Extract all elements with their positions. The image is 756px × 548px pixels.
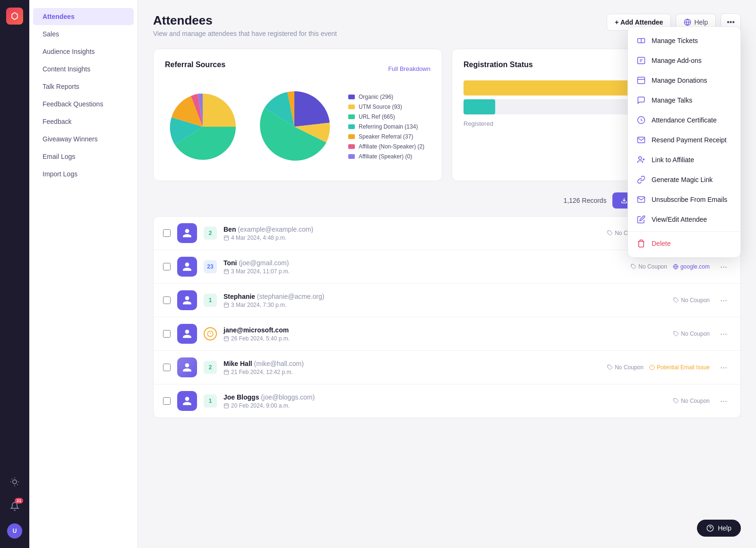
chart-title-row: Referral Sources Full Breakdown <box>165 61 430 77</box>
row-checkbox[interactable] <box>163 229 171 237</box>
help-label: Help <box>694 18 708 26</box>
dropdown-menu: Manage Tickets Manage Add-ons Manage Don… <box>627 26 741 258</box>
svg-rect-45 <box>224 370 229 374</box>
attendee-email: (example@example.com) <box>238 226 313 233</box>
edit-icon <box>636 215 646 224</box>
attendee-email: (joe@bloggs.com) <box>261 393 315 401</box>
unsubscribe-emails-label: Unsubscribe From Emails <box>652 196 727 203</box>
sidebar-item-sales[interactable]: Sales <box>33 26 134 43</box>
icon-bar: 21 U <box>0 0 29 548</box>
attendee-meta: 3 Mar 2024, 7:30 p.m. <box>223 302 667 308</box>
warning-icon <box>649 365 655 370</box>
dropdown-item-delete[interactable]: Delete <box>628 234 740 253</box>
floating-help-button[interactable]: Help <box>697 520 741 537</box>
dropdown-item-resend-payment[interactable]: Resend Payment Receipt <box>628 130 740 150</box>
attendee-avatar <box>177 257 197 277</box>
bell-badge: 21 <box>15 498 23 504</box>
attendee-info: Stephanie (stephanie@acme.org) 3 Mar 202… <box>223 293 667 308</box>
attendee-info: Mike Hall (mike@hall.com) 21 Feb 2024, 1… <box>223 360 601 375</box>
legend-label-speaker: Speaker Referral (37) <box>359 133 413 140</box>
sidebar-item-talk-reports[interactable]: Talk Reports <box>33 78 134 95</box>
person-icon <box>182 362 192 373</box>
sidebar-item-feedback[interactable]: Feedback <box>33 113 134 130</box>
globe-icon <box>684 18 691 26</box>
ticket-badge: 2 <box>204 361 217 374</box>
sidebar: Attendees Sales Audience Insights Conten… <box>29 0 138 548</box>
attendee-info: Ben (example@example.com) 4 Mar 2024, 4:… <box>223 226 601 241</box>
svg-point-13 <box>639 157 642 159</box>
row-checkbox[interactable] <box>163 296 171 304</box>
legend-affiliate-non: Affiliate (Non-Speaker) (2) <box>348 143 424 150</box>
row-more-button[interactable]: ··· <box>716 260 731 274</box>
legend-label-urlref: URL Ref (665) <box>359 113 395 120</box>
attendee-name: Ben (example@example.com) <box>223 226 601 233</box>
coupon-tag: No Coupon <box>607 364 644 371</box>
person-icon <box>182 295 192 305</box>
row-more-button[interactable]: ··· <box>716 361 731 374</box>
legend-affiliate-sp: Affiliate (Speaker) (0) <box>348 153 424 160</box>
attendee-info: Toni (joe@gmail.com) 3 Mar 2024, 11:07 p… <box>223 259 624 275</box>
bar-label-registered: Registered <box>464 120 493 127</box>
unsubscribe-icon <box>636 195 646 204</box>
svg-line-3 <box>12 479 12 479</box>
page-title-group: Attendees View and manage attendees that… <box>153 13 337 37</box>
main-content: Attendees View and manage attendees that… <box>138 0 756 548</box>
bulb-icon[interactable] <box>5 472 24 491</box>
referral-sources-card: Referral Sources Full Breakdown <box>153 49 442 181</box>
dropdown-item-view-edit[interactable]: View/Edit Attendee <box>628 209 740 229</box>
bar-checkedin <box>464 99 495 114</box>
user-avatar[interactable]: U <box>5 522 24 540</box>
attendee-meta: 4 Mar 2024, 4:48 p.m. <box>223 235 601 241</box>
row-more-button[interactable]: ··· <box>716 294 731 307</box>
dropdown-item-manage-donations[interactable]: Manage Donations <box>628 70 740 90</box>
legend-label-affiliate-sp: Affiliate (Speaker) (0) <box>359 153 412 160</box>
legend-dot-utm <box>348 104 355 109</box>
page-title: Attendees <box>153 13 337 28</box>
legend-dot-affiliate-sp <box>348 154 355 159</box>
attendee-tags: No Coupon Potential Email Issue <box>607 364 710 371</box>
attendee-tags: No Coupon <box>673 297 710 304</box>
row-checkbox[interactable] <box>163 397 171 405</box>
tag-icon <box>673 398 679 404</box>
dropdown-item-unsubscribe[interactable]: Unsubscribe From Emails <box>628 190 740 209</box>
svg-rect-11 <box>638 77 645 84</box>
app-logo[interactable] <box>6 8 23 25</box>
svg-rect-40 <box>224 337 229 341</box>
row-checkbox[interactable] <box>163 330 171 338</box>
dropdown-item-manage-tickets[interactable]: Manage Tickets <box>628 31 740 51</box>
link-affiliate-label: Link to Affiliate <box>652 156 694 164</box>
page-subtitle: View and manage attendees that have regi… <box>153 30 337 37</box>
row-more-button[interactable]: ··· <box>716 327 731 341</box>
sidebar-item-email-logs[interactable]: Email Logs <box>33 148 134 165</box>
row-more-button[interactable]: ··· <box>716 394 731 408</box>
row-checkbox[interactable] <box>163 263 171 270</box>
pie-legend: Organic (296) UTM Source (93) URL Ref (6… <box>348 94 424 160</box>
dropdown-item-manage-talks[interactable]: Manage Talks <box>628 90 740 110</box>
generate-magic-label: Generate Magic Link <box>652 176 713 183</box>
sidebar-item-content-insights[interactable]: Content Insights <box>33 61 134 78</box>
manage-tickets-label: Manage Tickets <box>652 37 698 44</box>
sidebar-item-giveaway-winners[interactable]: Giveaway Winners <box>33 130 134 148</box>
table-row: jane@microsoft.com 26 Feb 2024, 5:40 p.m… <box>154 317 740 351</box>
manage-talks-label: Manage Talks <box>652 96 692 104</box>
sidebar-item-attendees[interactable]: Attendees <box>33 8 134 25</box>
attendee-name: Stephanie (stephanie@acme.org) <box>223 293 667 300</box>
sidebar-item-feedback-questions[interactable]: Feedback Questions <box>33 96 134 113</box>
legend-dot-urlref <box>348 114 355 119</box>
legend-speaker: Speaker Referral (37) <box>348 133 424 140</box>
sidebar-item-audience-insights[interactable]: Audience Insights <box>33 43 134 60</box>
talks-icon <box>636 96 646 105</box>
attendee-name: Joe Bloggs (joe@bloggs.com) <box>223 393 667 401</box>
dropdown-item-link-affiliate[interactable]: Link to Affiliate <box>628 150 740 170</box>
row-checkbox[interactable] <box>163 364 171 371</box>
calendar-icon <box>223 302 229 308</box>
attendee-avatar <box>177 391 197 411</box>
full-breakdown-link[interactable]: Full Breakdown <box>388 65 430 72</box>
bell-icon[interactable]: 21 <box>5 497 24 516</box>
dropdown-item-generate-magic[interactable]: Generate Magic Link <box>628 170 740 190</box>
dropdown-item-attendance-certificate[interactable]: Attendance Certificate <box>628 110 740 130</box>
attendee-email: (joe@gmail.com) <box>239 259 289 267</box>
dropdown-item-manage-addons[interactable]: Manage Add-ons <box>628 51 740 70</box>
attendee-avatar-photo <box>177 357 197 377</box>
sidebar-item-import-logs[interactable]: Import Logs <box>33 165 134 183</box>
